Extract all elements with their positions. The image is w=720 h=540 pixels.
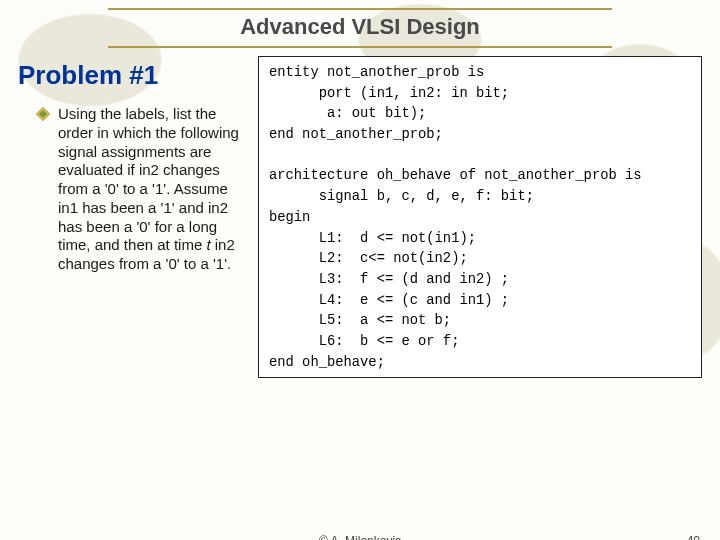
slide-content: Advanced VLSI Design Problem #1 Using th… <box>0 0 720 540</box>
footer-page-number: 40 <box>687 534 700 540</box>
diamond-bullet-icon <box>36 107 50 121</box>
bullet-part1: Using the labels, list the order in whic… <box>58 105 239 253</box>
content-row: Problem #1 Using the labels, list the or… <box>18 56 702 378</box>
bullet-text: Using the labels, list the order in whic… <box>58 105 248 274</box>
slide-title: Advanced VLSI Design <box>108 14 612 40</box>
footer-author: © A. Milenkovic <box>319 534 401 540</box>
code-listing: entity not_another_prob is port (in1, in… <box>258 56 702 378</box>
title-bar: Advanced VLSI Design <box>108 8 612 48</box>
bullet-item: Using the labels, list the order in whic… <box>18 105 248 274</box>
left-column: Problem #1 Using the labels, list the or… <box>18 56 248 378</box>
problem-heading: Problem #1 <box>18 60 248 91</box>
